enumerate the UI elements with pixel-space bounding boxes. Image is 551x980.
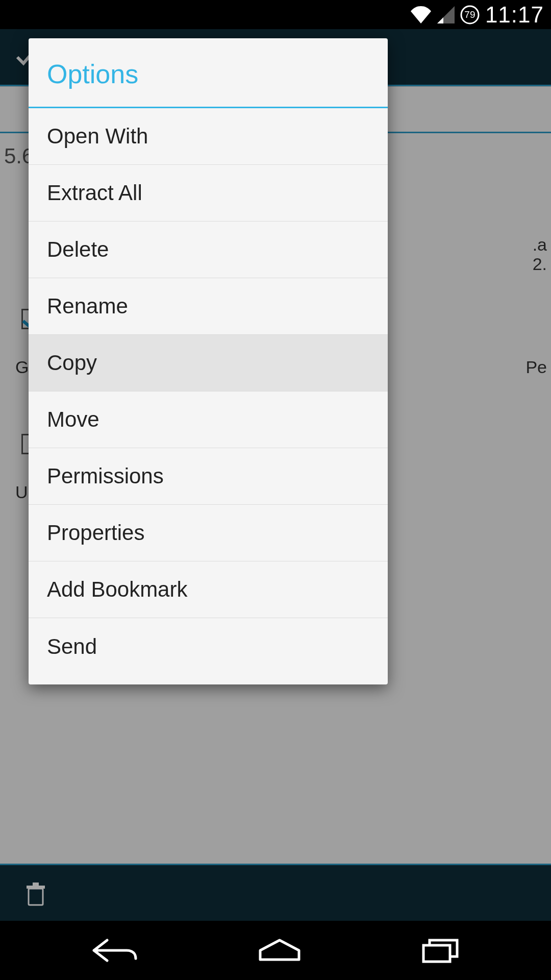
nav-recent-icon[interactable] bbox=[420, 937, 461, 964]
option-properties[interactable]: Properties bbox=[29, 505, 388, 561]
option-label: Delete bbox=[47, 237, 109, 262]
option-label: Properties bbox=[47, 521, 144, 545]
option-move[interactable]: Move bbox=[29, 391, 388, 448]
battery-percent-text: 79 bbox=[460, 5, 480, 25]
battery-circle-icon: 79 bbox=[460, 5, 480, 25]
option-extract-all[interactable]: Extract All bbox=[29, 165, 388, 222]
dialog-options-list: Open With Extract All Delete Rename Copy… bbox=[29, 108, 388, 684]
status-clock: 11:17 bbox=[485, 2, 544, 28]
option-label: Send bbox=[47, 634, 97, 659]
option-rename[interactable]: Rename bbox=[29, 278, 388, 335]
option-label: Open With bbox=[47, 124, 148, 149]
nav-home-icon[interactable] bbox=[257, 938, 302, 963]
dialog-title: Options bbox=[29, 38, 388, 107]
option-label: Move bbox=[47, 407, 99, 432]
cell-signal-icon bbox=[437, 6, 455, 23]
option-open-with[interactable]: Open With bbox=[29, 108, 388, 165]
nav-back-icon[interactable] bbox=[90, 937, 139, 964]
option-permissions[interactable]: Permissions bbox=[29, 448, 388, 505]
option-label: Add Bookmark bbox=[47, 577, 187, 602]
option-label: Permissions bbox=[47, 464, 164, 488]
option-label: Extract All bbox=[47, 181, 142, 205]
status-bar: 79 11:17 bbox=[0, 0, 551, 29]
option-add-bookmark[interactable]: Add Bookmark bbox=[29, 561, 388, 618]
navigation-bar bbox=[0, 921, 551, 980]
wifi-icon bbox=[410, 6, 432, 23]
option-copy[interactable]: Copy bbox=[29, 335, 388, 391]
option-delete[interactable]: Delete bbox=[29, 222, 388, 278]
options-dialog: Options Open With Extract All Delete Ren… bbox=[29, 38, 388, 684]
option-send[interactable]: Send bbox=[29, 618, 388, 675]
option-label: Copy bbox=[47, 351, 97, 375]
svg-rect-6 bbox=[423, 945, 450, 962]
svg-marker-0 bbox=[437, 6, 455, 23]
svg-marker-1 bbox=[437, 17, 443, 23]
option-label: Rename bbox=[47, 294, 128, 318]
